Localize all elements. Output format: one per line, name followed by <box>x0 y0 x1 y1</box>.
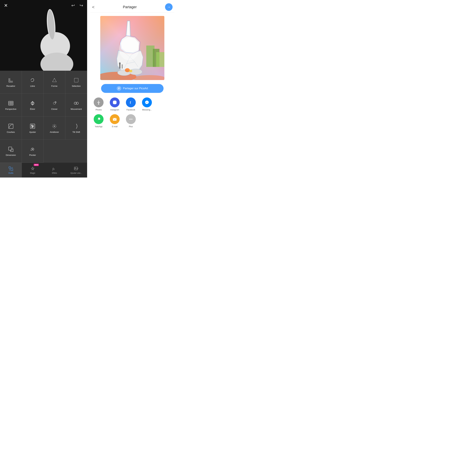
back-button[interactable]: < <box>92 5 95 10</box>
social-facebook[interactable]: f Facebook <box>124 98 137 111</box>
nav-label-ajouter: Ajouter une... <box>70 172 82 174</box>
facebook-icon-circle: f <box>126 98 136 107</box>
svg-rect-77 <box>119 64 120 68</box>
outils-icon <box>8 166 14 171</box>
social-photos[interactable]: Photos <box>92 98 105 111</box>
tool-forme[interactable]: Forme <box>44 71 66 94</box>
dimension-icon <box>8 146 14 153</box>
social-row-1: Photos Instagram f Facebook Messeng... <box>90 98 174 111</box>
svg-rect-40 <box>9 147 12 150</box>
next-button[interactable]: → <box>165 3 172 11</box>
svg-point-28 <box>32 125 32 126</box>
svg-point-84 <box>114 102 116 103</box>
svg-rect-5 <box>74 78 78 82</box>
rotate-icon <box>29 146 36 153</box>
svg-point-78 <box>119 62 121 64</box>
picsart-icon: P <box>117 86 121 91</box>
bunny-photo <box>30 8 76 71</box>
tool-ajuster[interactable]: Ajuster <box>22 117 44 140</box>
nav-arrows: ↩ ↪ <box>71 3 83 8</box>
social-more[interactable]: Plus <box>124 114 137 128</box>
svg-marker-4 <box>52 78 56 82</box>
adjust-icon <box>29 123 36 130</box>
tool-label-libre: Libre <box>30 85 35 87</box>
nav-magic[interactable]: NEW Magic <box>22 163 44 177</box>
bottom-nav: ‹ Outils NEW Magic fx Effets <box>0 163 87 177</box>
svg-point-17 <box>53 102 55 104</box>
right-header: < Partager → <box>90 0 174 13</box>
social-messenger[interactable]: Messeng... <box>140 98 153 111</box>
social-label-facebook: Facebook <box>127 109 135 111</box>
social-email[interactable]: E-mail <box>108 114 121 128</box>
svg-point-29 <box>33 126 33 127</box>
whatsapp-icon-circle <box>94 114 103 124</box>
selection-icon <box>73 77 80 84</box>
add-image-icon <box>74 166 79 171</box>
nav-ajouter[interactable]: Ajouter une... <box>66 163 87 177</box>
next-arrow-icon: → <box>167 5 170 9</box>
undo-button[interactable]: ↩ <box>71 3 75 8</box>
nav-label-magic: Magic <box>30 172 35 174</box>
svg-line-36 <box>53 125 53 125</box>
social-label-photos: Photos <box>96 109 102 111</box>
curves-icon <box>8 123 14 130</box>
nav-effets[interactable]: fx Effets <box>44 163 66 177</box>
tool-ameliorer[interactable]: Améliorer <box>44 117 66 140</box>
svg-rect-79 <box>122 65 123 68</box>
crop-icon <box>8 77 14 84</box>
tool-selection[interactable]: Sélection <box>66 71 87 94</box>
close-button[interactable]: ✕ <box>4 3 8 8</box>
tool-tiltshift[interactable]: Tilt Shift <box>66 117 87 140</box>
tool-label-pivoter: Pivoter <box>29 154 36 156</box>
tool-libre[interactable]: Libre <box>22 71 44 94</box>
svg-point-90 <box>131 119 131 120</box>
bunny-art-svg <box>100 16 164 80</box>
more-icon-circle <box>126 114 136 124</box>
share-button-label: Partager sur PicsArt <box>123 87 148 90</box>
svg-point-30 <box>32 127 33 128</box>
svg-rect-48 <box>74 167 78 170</box>
social-row-2: 'hatsApp E-mail Plus <box>90 114 174 128</box>
svg-line-39 <box>53 127 53 128</box>
tool-label-courbes: Courbes <box>7 131 15 133</box>
social-label-whatsapp: 'hatsApp <box>95 125 102 128</box>
svg-point-31 <box>54 126 55 127</box>
instagram-icon-circle <box>110 98 120 107</box>
tool-recadrer[interactable]: Recadrer <box>0 71 22 94</box>
tiltshift-icon <box>73 123 80 130</box>
svg-line-37 <box>55 127 56 128</box>
svg-point-89 <box>129 119 130 120</box>
tool-mouvement[interactable]: Mouvement <box>66 94 87 117</box>
svg-line-38 <box>55 125 56 125</box>
svg-rect-45 <box>11 169 13 170</box>
share-title: Partager <box>123 5 136 9</box>
magic-icon <box>30 166 35 171</box>
nav-label-outils: Outils <box>8 172 14 174</box>
social-label-instagram: Instagram <box>110 109 119 111</box>
redo-button[interactable]: ↪ <box>80 3 83 8</box>
tool-label-selection: Sélection <box>72 85 81 87</box>
svg-marker-46 <box>31 167 34 170</box>
stretch-icon <box>29 100 36 106</box>
tool-cloner[interactable]: Cloner <box>44 94 66 117</box>
share-picsart-button[interactable]: P Partager sur PicsArt <box>101 84 164 93</box>
svg-point-81 <box>129 70 132 72</box>
tool-pivoter[interactable]: Pivoter <box>22 140 44 163</box>
tool-label-etirer: Étirer <box>30 108 35 110</box>
tool-label-perspective: Perspective <box>5 108 17 110</box>
social-whatsapp[interactable]: 'hatsApp <box>92 114 105 128</box>
svg-rect-56 <box>156 52 164 67</box>
tool-etirer[interactable]: Étirer <box>22 94 44 117</box>
move-icon <box>73 100 80 106</box>
tool-label-tiltshift: Tilt Shift <box>72 131 80 133</box>
tool-label-forme: Forme <box>51 85 57 87</box>
svg-point-85 <box>116 101 116 102</box>
tool-label-ameliorer: Améliorer <box>50 131 59 133</box>
nav-outils[interactable]: Outils <box>0 163 22 177</box>
tool-perspective[interactable]: Perspective <box>0 94 22 117</box>
social-instagram[interactable]: Instagram <box>108 98 121 111</box>
tool-courbes[interactable]: Courbes <box>0 117 22 140</box>
svg-text:f: f <box>130 101 131 104</box>
tool-dimension[interactable]: Dimension <box>0 140 22 163</box>
svg-point-41 <box>32 149 33 150</box>
